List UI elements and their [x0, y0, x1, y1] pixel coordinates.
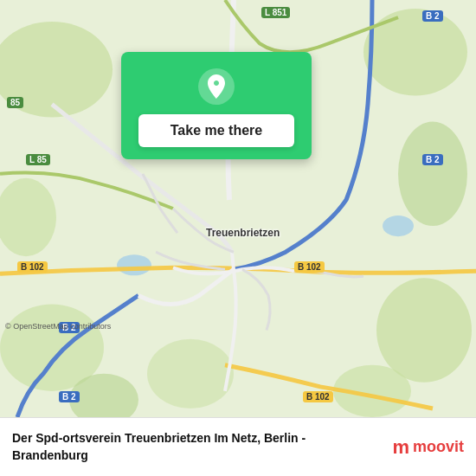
road-label-l85: L 85 — [26, 154, 50, 165]
city-label: Treuenbrietzen — [206, 227, 280, 239]
map-attribution: © OpenStreetMap contributors — [5, 322, 111, 331]
footer-title: Der Spd-ortsverein Treuenbrietzen Im Net… — [12, 430, 382, 464]
svg-point-9 — [147, 339, 234, 408]
svg-point-11 — [383, 215, 414, 236]
road-label-l851: L 851 — [261, 7, 290, 18]
road-label-b102-w: B 102 — [17, 261, 48, 273]
location-pin-icon — [197, 68, 235, 106]
moovit-logo: m moovit — [392, 436, 464, 459]
app-container: L 851 B 2 B 2 85 L 85 B 102 B 102 B 2 B … — [0, 0, 476, 476]
road-label-b102-s: B 102 — [303, 391, 333, 402]
road-label-b102-e: B 102 — [294, 261, 325, 273]
map-area: L 851 B 2 B 2 85 L 85 B 102 B 102 B 2 B … — [0, 0, 476, 417]
location-card[interactable]: Take me there — [121, 52, 312, 159]
svg-point-10 — [117, 254, 151, 275]
moovit-m-letter: m — [392, 436, 409, 459]
svg-point-3 — [398, 122, 467, 227]
take-me-there-button[interactable]: Take me there — [138, 114, 294, 147]
road-label-b2-ne: B 2 — [422, 10, 443, 22]
road-label-b2-s: B 2 — [59, 391, 80, 402]
footer: Der Spd-ortsverein Treuenbrietzen Im Net… — [0, 417, 476, 476]
road-label-b2-e: B 2 — [422, 154, 443, 165]
svg-point-5 — [376, 278, 472, 383]
svg-point-2 — [363, 9, 467, 95]
road-label-85: 85 — [7, 97, 23, 108]
moovit-brand-text: moovit — [413, 438, 464, 456]
